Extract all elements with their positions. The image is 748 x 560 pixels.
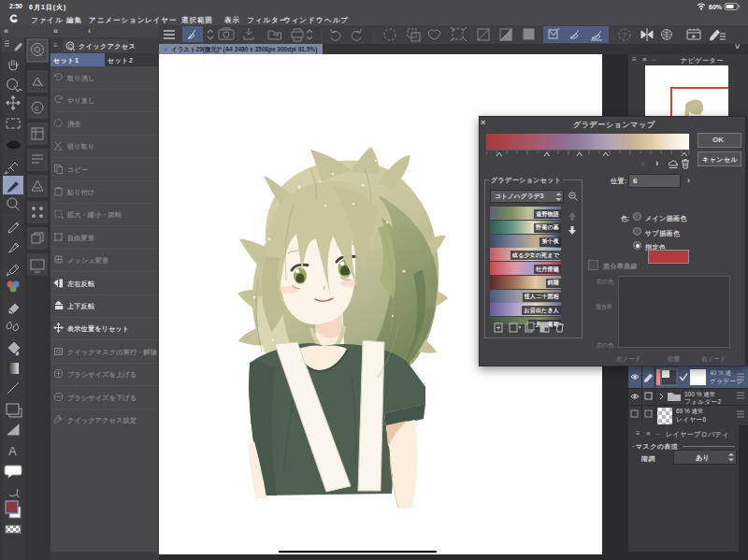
svg-text:100 % 通常: 100 % 通常 [684, 391, 715, 397]
svg-text:69 % 通常: 69 % 通常 [676, 408, 704, 414]
svg-text:60%: 60% [709, 4, 723, 10]
svg-text:?: ? [623, 31, 627, 39]
svg-text:c: c [35, 104, 38, 112]
svg-text:レイヤー6: レイヤー6 [676, 416, 707, 423]
svg-text:フォルダー2: フォルダー2 [684, 398, 722, 405]
svg-text:A: A [8, 444, 17, 458]
svg-text:グラデーシ: グラデーシ [710, 378, 743, 384]
svg-text:Q: Q [68, 43, 73, 50]
svg-text:40 % 通: 40 % 通 [710, 369, 732, 376]
